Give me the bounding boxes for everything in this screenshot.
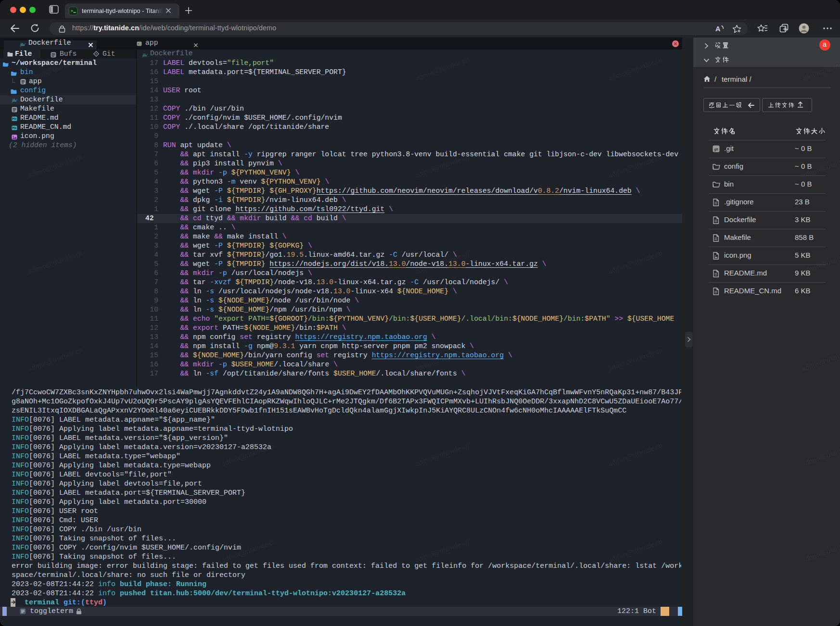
svg-text:git: git	[714, 148, 719, 151]
svg-text:>: >	[71, 9, 73, 13]
svg-text:A: A	[715, 25, 721, 33]
svg-text:>_: >_	[138, 42, 141, 46]
